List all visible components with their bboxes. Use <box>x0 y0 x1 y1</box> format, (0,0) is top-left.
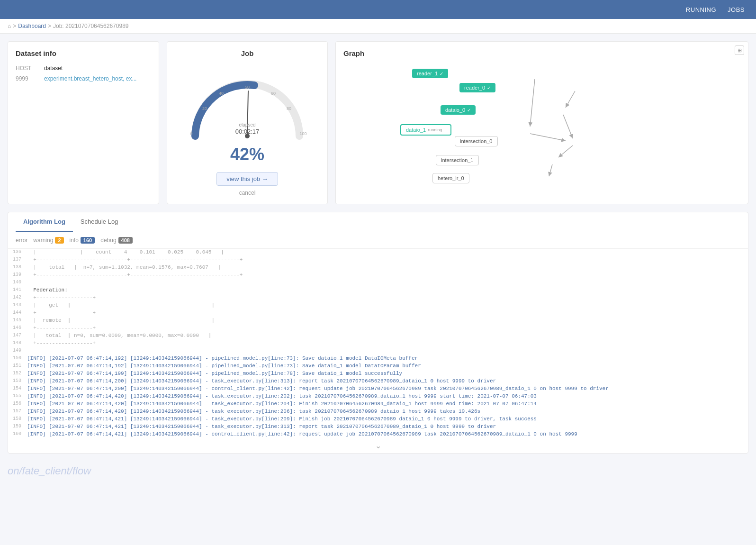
graph-node-intersection0[interactable]: intersection_0 <box>455 136 498 146</box>
line-number: 136 <box>8 249 27 256</box>
log-line: 141 Federation: <box>8 287 748 294</box>
line-content: +------------------+ <box>27 325 748 332</box>
line-content: [INFO] [2021-07-07 06:47:14,200] [13249:… <box>27 386 748 392</box>
dataset-info-title: Dataset info <box>16 49 151 57</box>
filter-debug[interactable]: debug 408 <box>100 237 133 244</box>
tab-schedule-log[interactable]: Schedule Log <box>73 212 126 232</box>
nav-running[interactable]: RUNNING <box>686 6 716 13</box>
nav-jobs[interactable]: JOBS <box>728 6 745 13</box>
view-job-button[interactable]: view this job → <box>216 172 278 186</box>
line-content: [INFO] [2021-07-07 06:47:14,192] [13249:… <box>27 355 748 362</box>
line-content: [INFO] [2021-07-07 06:47:14,421] [13249:… <box>27 416 748 423</box>
svg-text:80: 80 <box>287 106 291 111</box>
svg-line-16 <box>549 164 552 176</box>
graph-fullscreen-icon[interactable]: ⊞ <box>735 45 744 55</box>
line-content: +-----------------------------+---------… <box>27 272 748 279</box>
line-number: 138 <box>8 264 27 271</box>
line-content: [INFO] [2021-07-07 06:47:14,421] [13249:… <box>27 424 748 430</box>
line-number: 144 <box>8 310 27 317</box>
tab-algorithm-log[interactable]: Algorithm Log <box>16 212 73 232</box>
log-content-area[interactable]: 136 | | count 4 0.101 0.025 0.045 |137 +… <box>8 249 748 438</box>
line-content: [INFO] [2021-07-07 06:47:14,421] [13249:… <box>27 431 748 438</box>
log-line: 148 +------------------+ <box>8 340 748 347</box>
line-content: Federation: <box>27 287 748 294</box>
line-number: 145 <box>8 318 27 324</box>
filter-warning-badge: 2 <box>55 237 63 244</box>
log-line: 145 | remote | | <box>8 317 748 325</box>
log-line: 149 <box>8 347 748 355</box>
line-number: 137 <box>8 257 27 263</box>
log-line: 153[INFO] [2021-07-07 06:47:14,200] [132… <box>8 378 748 385</box>
dataset-host-row: HOST dataset <box>16 65 151 72</box>
line-number: 139 <box>8 272 27 279</box>
line-content: [INFO] [2021-07-07 06:47:14,420] [13249:… <box>27 409 748 415</box>
graph-area: reader_1 ✓ reader_0 ✓ dataio_0 ✓ dataio_… <box>343 65 740 188</box>
dataset-value-row: 9999 experiment.breast_hetero_host, ex..… <box>16 75 151 82</box>
line-number: 150 <box>8 355 27 362</box>
filter-info-label: info <box>70 237 79 244</box>
line-number: 155 <box>8 393 27 400</box>
graph-node-dataio0[interactable]: dataio_0 ✓ <box>441 105 476 115</box>
svg-text:40: 40 <box>219 91 224 96</box>
line-number: 146 <box>8 325 27 332</box>
line-number: 153 <box>8 378 27 385</box>
line-number: 160 <box>8 431 27 438</box>
line-number: 159 <box>8 424 27 430</box>
line-content: +------------------+ <box>27 310 748 317</box>
line-content: | total | n=0, sum=0.0000, mean=0.0000, … <box>27 333 748 339</box>
line-content: [INFO] [2021-07-07 06:47:14,192] [13249:… <box>27 363 748 370</box>
graph-panel-title: Graph <box>343 49 740 57</box>
line-content: [INFO] [2021-07-07 06:47:14,420] [13249:… <box>27 401 748 408</box>
line-number: 142 <box>8 295 27 301</box>
graph-node-reader0[interactable]: reader_0 ✓ <box>459 83 495 92</box>
top-navigation: RUNNING JOBS <box>0 0 756 19</box>
job-gauge: 0 20 40 50 60 80 100 elapsed 00:02:17 <box>181 65 314 141</box>
job-panel-title: Job <box>175 49 320 57</box>
line-content: [INFO] [2021-07-07 06:47:14,420] [13249:… <box>27 393 748 400</box>
svg-text:elapsed: elapsed <box>239 122 255 127</box>
job-panel: Job 0 20 40 50 60 80 100 elapsed <box>167 41 328 204</box>
line-content: +------------------+ <box>27 295 748 301</box>
filter-info[interactable]: info 160 <box>70 237 95 244</box>
dataset-link-val[interactable]: experiment.breast_hetero_host, ex... <box>44 75 136 82</box>
graph-node-hetero-lr0[interactable]: hetero_lr_0 <box>432 173 469 183</box>
log-line: 158[INFO] [2021-07-07 06:47:14,421] [132… <box>8 416 748 423</box>
line-content: +-----------------------------+---------… <box>27 257 748 263</box>
log-line: 160[INFO] [2021-07-07 06:47:14,421] [132… <box>8 431 748 438</box>
line-content: [INFO] [2021-07-07 06:47:14,199] [13249:… <box>27 371 748 377</box>
log-line: 155[INFO] [2021-07-07 06:47:14,420] [132… <box>8 393 748 400</box>
job-percent: 42% <box>175 145 320 164</box>
gauge-svg: 0 20 40 50 60 80 100 elapsed 00:02:17 <box>181 65 314 141</box>
log-line: 143 | get | | <box>8 302 748 309</box>
log-line: 142 +------------------+ <box>8 294 748 302</box>
breadcrumb-dashboard[interactable]: Dashboard <box>18 23 46 29</box>
log-line: 140 <box>8 279 748 287</box>
graph-node-dataio1[interactable]: dataio_1 running... <box>400 124 451 136</box>
log-line: 152[INFO] [2021-07-07 06:47:14,199] [132… <box>8 370 748 378</box>
filter-error[interactable]: error <box>16 237 27 244</box>
svg-text:50: 50 <box>245 85 250 90</box>
panels-row: Dataset info HOST dataset 9999 experimen… <box>0 34 756 212</box>
log-filters: error warning 2 info 160 debug 408 <box>8 232 748 249</box>
host-label: HOST <box>16 65 44 72</box>
home-icon: ⌂ <box>8 23 11 29</box>
filter-warning[interactable]: warning 2 <box>33 237 63 244</box>
line-number: 140 <box>8 280 27 286</box>
line-content <box>27 348 748 354</box>
line-number: 141 <box>8 287 27 294</box>
breadcrumb-sep1: > <box>13 23 16 29</box>
cancel-job-link[interactable]: cancel <box>175 190 320 196</box>
log-scroll-down-icon[interactable]: ⌄ <box>8 438 748 453</box>
line-number: 156 <box>8 401 27 408</box>
svg-line-12 <box>566 91 575 108</box>
svg-line-13 <box>563 115 573 138</box>
graph-node-intersection1[interactable]: intersection_1 <box>436 155 479 165</box>
line-content: [INFO] [2021-07-07 06:47:14,200] [13249:… <box>27 378 748 385</box>
line-content <box>27 280 748 286</box>
graph-node-reader1[interactable]: reader_1 ✓ <box>412 69 448 78</box>
log-tabs: Algorithm Log Schedule Log <box>8 212 748 232</box>
footer-watermark: on/fate_client/flow <box>0 461 756 481</box>
filter-error-label: error <box>16 237 27 244</box>
dataset-label-val: dataset <box>44 65 63 72</box>
line-content: | remote | | <box>27 318 748 324</box>
